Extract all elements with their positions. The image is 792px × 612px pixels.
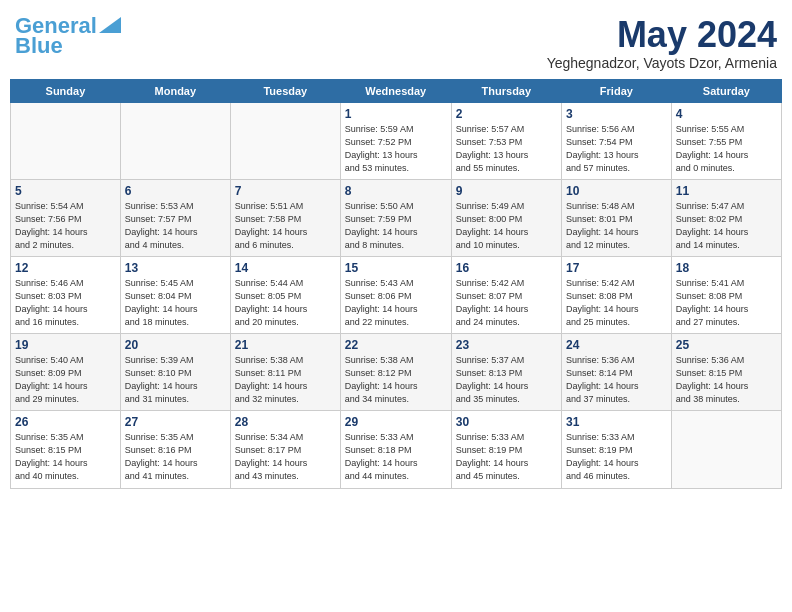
day-info: Sunrise: 5:33 AMSunset: 8:19 PMDaylight:… <box>566 431 667 483</box>
day-info: Sunrise: 5:44 AMSunset: 8:05 PMDaylight:… <box>235 277 336 329</box>
day-info: Sunrise: 5:34 AMSunset: 8:17 PMDaylight:… <box>235 431 336 483</box>
calendar-table: SundayMondayTuesdayWednesdayThursdayFrid… <box>10 79 782 489</box>
day-header-thursday: Thursday <box>451 79 561 102</box>
day-info: Sunrise: 5:40 AMSunset: 8:09 PMDaylight:… <box>15 354 116 406</box>
day-info: Sunrise: 5:51 AMSunset: 7:58 PMDaylight:… <box>235 200 336 252</box>
calendar-cell: 31Sunrise: 5:33 AMSunset: 8:19 PMDayligh… <box>562 411 672 488</box>
day-info: Sunrise: 5:55 AMSunset: 7:55 PMDaylight:… <box>676 123 777 175</box>
day-number: 11 <box>676 184 777 198</box>
day-info: Sunrise: 5:39 AMSunset: 8:10 PMDaylight:… <box>125 354 226 406</box>
calendar-cell: 16Sunrise: 5:42 AMSunset: 8:07 PMDayligh… <box>451 256 561 333</box>
svg-marker-0 <box>99 17 121 33</box>
day-info: Sunrise: 5:56 AMSunset: 7:54 PMDaylight:… <box>566 123 667 175</box>
day-number: 24 <box>566 338 667 352</box>
day-number: 21 <box>235 338 336 352</box>
day-number: 3 <box>566 107 667 121</box>
calendar-cell: 12Sunrise: 5:46 AMSunset: 8:03 PMDayligh… <box>11 256 121 333</box>
day-info: Sunrise: 5:53 AMSunset: 7:57 PMDaylight:… <box>125 200 226 252</box>
calendar-cell <box>120 102 230 179</box>
day-info: Sunrise: 5:37 AMSunset: 8:13 PMDaylight:… <box>456 354 557 406</box>
day-number: 18 <box>676 261 777 275</box>
calendar-cell: 10Sunrise: 5:48 AMSunset: 8:01 PMDayligh… <box>562 179 672 256</box>
day-info: Sunrise: 5:43 AMSunset: 8:06 PMDaylight:… <box>345 277 447 329</box>
calendar-cell: 27Sunrise: 5:35 AMSunset: 8:16 PMDayligh… <box>120 411 230 488</box>
day-info: Sunrise: 5:33 AMSunset: 8:18 PMDaylight:… <box>345 431 447 483</box>
day-number: 19 <box>15 338 116 352</box>
day-number: 6 <box>125 184 226 198</box>
day-info: Sunrise: 5:45 AMSunset: 8:04 PMDaylight:… <box>125 277 226 329</box>
day-info: Sunrise: 5:36 AMSunset: 8:15 PMDaylight:… <box>676 354 777 406</box>
calendar-cell <box>11 102 121 179</box>
day-number: 16 <box>456 261 557 275</box>
calendar-cell: 15Sunrise: 5:43 AMSunset: 8:06 PMDayligh… <box>340 256 451 333</box>
day-number: 14 <box>235 261 336 275</box>
day-header-saturday: Saturday <box>671 79 781 102</box>
logo-icon <box>99 17 121 33</box>
day-number: 17 <box>566 261 667 275</box>
calendar-cell: 9Sunrise: 5:49 AMSunset: 8:00 PMDaylight… <box>451 179 561 256</box>
calendar-cell: 23Sunrise: 5:37 AMSunset: 8:13 PMDayligh… <box>451 334 561 411</box>
day-info: Sunrise: 5:42 AMSunset: 8:07 PMDaylight:… <box>456 277 557 329</box>
day-header-tuesday: Tuesday <box>230 79 340 102</box>
day-number: 5 <box>15 184 116 198</box>
calendar-cell: 29Sunrise: 5:33 AMSunset: 8:18 PMDayligh… <box>340 411 451 488</box>
logo-blue-text: Blue <box>15 35 63 57</box>
calendar-cell: 5Sunrise: 5:54 AMSunset: 7:56 PMDaylight… <box>11 179 121 256</box>
day-number: 31 <box>566 415 667 429</box>
day-number: 10 <box>566 184 667 198</box>
calendar-cell: 7Sunrise: 5:51 AMSunset: 7:58 PMDaylight… <box>230 179 340 256</box>
day-number: 7 <box>235 184 336 198</box>
day-info: Sunrise: 5:42 AMSunset: 8:08 PMDaylight:… <box>566 277 667 329</box>
calendar-cell: 1Sunrise: 5:59 AMSunset: 7:52 PMDaylight… <box>340 102 451 179</box>
day-number: 15 <box>345 261 447 275</box>
day-info: Sunrise: 5:47 AMSunset: 8:02 PMDaylight:… <box>676 200 777 252</box>
day-info: Sunrise: 5:38 AMSunset: 8:12 PMDaylight:… <box>345 354 447 406</box>
day-number: 12 <box>15 261 116 275</box>
calendar-cell: 28Sunrise: 5:34 AMSunset: 8:17 PMDayligh… <box>230 411 340 488</box>
day-number: 27 <box>125 415 226 429</box>
day-info: Sunrise: 5:36 AMSunset: 8:14 PMDaylight:… <box>566 354 667 406</box>
logo: General Blue <box>15 15 121 57</box>
day-header-friday: Friday <box>562 79 672 102</box>
page-header: General Blue May 2024 Yeghegnadzor, Vayo… <box>10 10 782 71</box>
calendar-cell: 14Sunrise: 5:44 AMSunset: 8:05 PMDayligh… <box>230 256 340 333</box>
calendar-week-4: 19Sunrise: 5:40 AMSunset: 8:09 PMDayligh… <box>11 334 782 411</box>
day-number: 22 <box>345 338 447 352</box>
day-info: Sunrise: 5:59 AMSunset: 7:52 PMDaylight:… <box>345 123 447 175</box>
calendar-cell: 21Sunrise: 5:38 AMSunset: 8:11 PMDayligh… <box>230 334 340 411</box>
day-info: Sunrise: 5:50 AMSunset: 7:59 PMDaylight:… <box>345 200 447 252</box>
calendar-cell: 20Sunrise: 5:39 AMSunset: 8:10 PMDayligh… <box>120 334 230 411</box>
day-info: Sunrise: 5:54 AMSunset: 7:56 PMDaylight:… <box>15 200 116 252</box>
day-header-monday: Monday <box>120 79 230 102</box>
calendar-week-2: 5Sunrise: 5:54 AMSunset: 7:56 PMDaylight… <box>11 179 782 256</box>
calendar-cell: 30Sunrise: 5:33 AMSunset: 8:19 PMDayligh… <box>451 411 561 488</box>
day-number: 30 <box>456 415 557 429</box>
day-info: Sunrise: 5:38 AMSunset: 8:11 PMDaylight:… <box>235 354 336 406</box>
day-info: Sunrise: 5:33 AMSunset: 8:19 PMDaylight:… <box>456 431 557 483</box>
day-number: 9 <box>456 184 557 198</box>
day-info: Sunrise: 5:57 AMSunset: 7:53 PMDaylight:… <box>456 123 557 175</box>
calendar-cell: 26Sunrise: 5:35 AMSunset: 8:15 PMDayligh… <box>11 411 121 488</box>
day-header-sunday: Sunday <box>11 79 121 102</box>
day-number: 29 <box>345 415 447 429</box>
month-title: May 2024 <box>547 15 777 55</box>
calendar-cell: 18Sunrise: 5:41 AMSunset: 8:08 PMDayligh… <box>671 256 781 333</box>
calendar-week-1: 1Sunrise: 5:59 AMSunset: 7:52 PMDaylight… <box>11 102 782 179</box>
calendar-week-3: 12Sunrise: 5:46 AMSunset: 8:03 PMDayligh… <box>11 256 782 333</box>
calendar-cell: 22Sunrise: 5:38 AMSunset: 8:12 PMDayligh… <box>340 334 451 411</box>
calendar-cell <box>671 411 781 488</box>
day-info: Sunrise: 5:35 AMSunset: 8:16 PMDaylight:… <box>125 431 226 483</box>
calendar-cell <box>230 102 340 179</box>
calendar-cell: 11Sunrise: 5:47 AMSunset: 8:02 PMDayligh… <box>671 179 781 256</box>
calendar-cell: 19Sunrise: 5:40 AMSunset: 8:09 PMDayligh… <box>11 334 121 411</box>
day-number: 2 <box>456 107 557 121</box>
calendar-cell: 24Sunrise: 5:36 AMSunset: 8:14 PMDayligh… <box>562 334 672 411</box>
calendar-header-row: SundayMondayTuesdayWednesdayThursdayFrid… <box>11 79 782 102</box>
day-number: 23 <box>456 338 557 352</box>
day-number: 28 <box>235 415 336 429</box>
day-number: 4 <box>676 107 777 121</box>
calendar-cell: 8Sunrise: 5:50 AMSunset: 7:59 PMDaylight… <box>340 179 451 256</box>
day-info: Sunrise: 5:46 AMSunset: 8:03 PMDaylight:… <box>15 277 116 329</box>
calendar-cell: 25Sunrise: 5:36 AMSunset: 8:15 PMDayligh… <box>671 334 781 411</box>
calendar-cell: 17Sunrise: 5:42 AMSunset: 8:08 PMDayligh… <box>562 256 672 333</box>
